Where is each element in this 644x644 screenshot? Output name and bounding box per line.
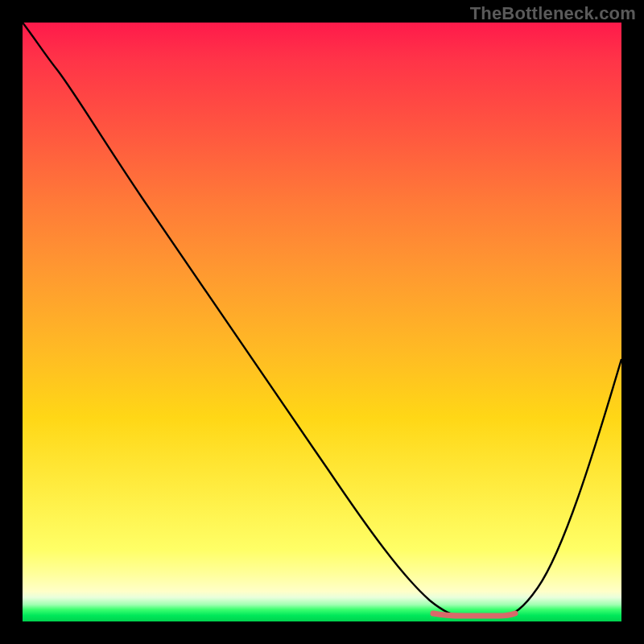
- chart-frame: TheBottleneck.com: [0, 0, 644, 644]
- flat-segment: [433, 613, 515, 616]
- chart-svg: [23, 23, 621, 621]
- main-curve: [23, 23, 621, 617]
- watermark-text: TheBottleneck.com: [470, 3, 636, 24]
- plot-area: [23, 23, 621, 621]
